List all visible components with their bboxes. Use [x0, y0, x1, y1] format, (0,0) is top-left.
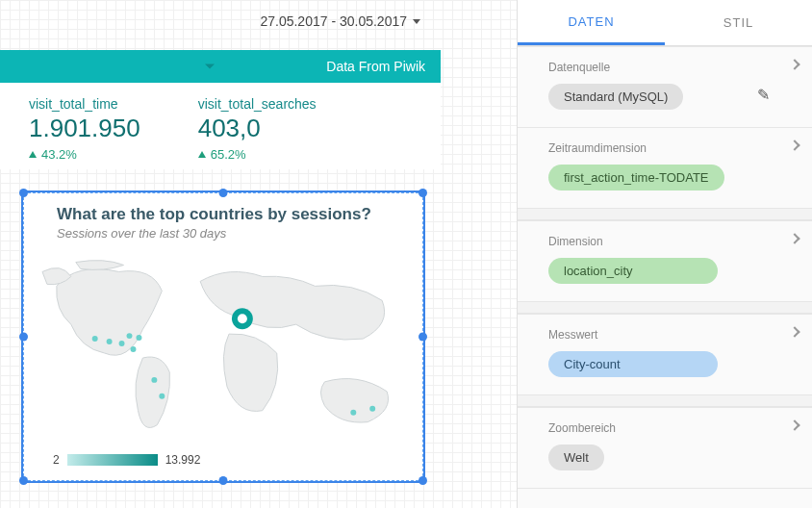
metric-label: visit_total_time	[29, 96, 140, 112]
arrow-up-icon	[198, 151, 206, 158]
properties-panel: DATEN STIL Datenquelle Standard (MySQL) …	[518, 0, 812, 508]
svg-point-0	[92, 336, 98, 342]
map-title: What are the top countries by sessions?	[24, 193, 422, 226]
metric-delta: 43.2%	[41, 147, 77, 162]
svg-point-3	[127, 333, 133, 339]
section-timedimension[interactable]: Zeitraumdimension first_action_time-TODA…	[518, 128, 812, 209]
metric-value: 1.901.950	[29, 114, 140, 143]
resize-handle[interactable]	[19, 189, 28, 197]
section-label: Zoombereich	[548, 421, 799, 435]
section-label: Zeitraumdimension	[548, 141, 799, 155]
svg-point-6	[151, 377, 157, 383]
resize-handle[interactable]	[419, 333, 427, 342]
metric-chip[interactable]: City-count	[548, 351, 718, 377]
legend-max: 13.992	[165, 453, 201, 467]
legend-gradient	[67, 454, 158, 466]
resize-handle[interactable]	[19, 333, 28, 342]
resize-handle[interactable]	[419, 189, 427, 197]
resize-handle[interactable]	[19, 476, 28, 485]
timedimension-chip[interactable]: first_action_time-TODATE	[548, 165, 724, 190]
metric-label: visit_total_searches	[198, 96, 317, 112]
resize-handle[interactable]	[219, 189, 228, 197]
metric-card: visit_total_time 1.901.950 43.2%	[29, 96, 140, 162]
resize-handle[interactable]	[419, 476, 427, 485]
section-label: Dimension	[548, 235, 799, 248]
date-range-picker[interactable]: 27.05.2017 - 30.05.2017	[260, 13, 420, 29]
svg-point-9	[369, 406, 375, 412]
svg-point-7	[159, 394, 165, 399]
svg-point-8	[350, 410, 356, 416]
section-datasource[interactable]: Datenquelle Standard (MySQL) ✎	[518, 46, 812, 128]
report-title: Data From Piwik	[326, 59, 425, 74]
metric-value: 403,0	[198, 114, 317, 143]
zoom-chip[interactable]: Welt	[548, 444, 604, 470]
metric-card: visit_total_searches 403,0 65.2%	[198, 96, 317, 162]
world-map	[38, 249, 409, 467]
map-legend: 2 13.992	[53, 453, 200, 467]
arrow-up-icon	[29, 151, 37, 158]
svg-point-5	[136, 335, 141, 341]
section-label: Messwert	[548, 328, 799, 342]
pencil-icon[interactable]: ✎	[757, 86, 770, 104]
datasource-chip[interactable]: Standard (MySQL)	[548, 84, 683, 110]
section-dimension[interactable]: Dimension location_city	[518, 220, 812, 302]
tab-data[interactable]: DATEN	[518, 0, 665, 45]
section-metric[interactable]: Messwert City-count	[518, 314, 812, 395]
resize-handle[interactable]	[219, 476, 228, 485]
tab-style[interactable]: STIL	[665, 0, 812, 45]
chevron-down-icon	[413, 19, 420, 24]
section-label: Datenquelle	[548, 61, 799, 74]
metric-delta: 65.2%	[211, 147, 246, 162]
legend-min: 2	[53, 453, 60, 467]
report-canvas[interactable]: 27.05.2017 - 30.05.2017 Data From Piwik …	[0, 0, 518, 508]
svg-point-4	[131, 346, 137, 352]
date-range-text: 27.05.2017 - 30.05.2017	[260, 13, 407, 29]
map-subtitle: Sessions over the last 30 days	[24, 226, 422, 246]
section-zoom[interactable]: Zoombereich Welt	[518, 407, 812, 489]
report-title-bar[interactable]: Data From Piwik	[0, 50, 441, 83]
chevron-down-icon	[205, 64, 215, 69]
dimension-chip[interactable]: location_city	[548, 258, 718, 284]
svg-point-2	[119, 341, 125, 346]
map-chart-selected[interactable]: What are the top countries by sessions? …	[23, 192, 423, 481]
svg-point-1	[107, 339, 113, 344]
svg-point-11	[238, 314, 247, 323]
